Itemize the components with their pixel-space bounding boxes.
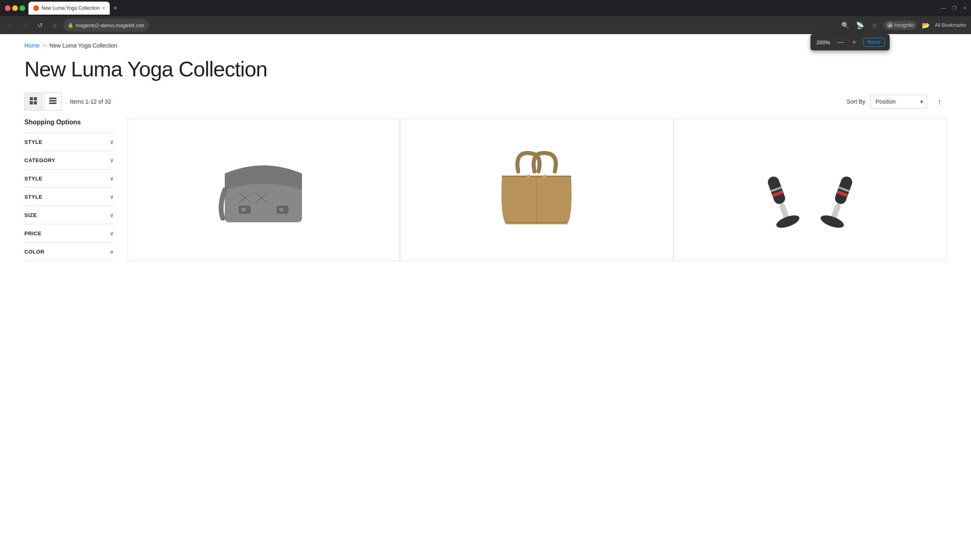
svg-rect-5 xyxy=(49,100,56,102)
window-traffic-lights xyxy=(5,5,25,11)
filter-label-style-3: STYLE xyxy=(24,194,42,200)
tab-title: New Luma Yoga Collection xyxy=(41,5,100,11)
filter-label-price: PRICE xyxy=(24,230,41,237)
grid-view-icon xyxy=(29,97,37,107)
incognito-icon: 🕵 xyxy=(887,22,893,28)
filter-label-color: COLOR xyxy=(24,249,44,255)
filter-price[interactable]: PRICE ∨ xyxy=(24,224,114,243)
filter-style-3[interactable]: STYLE ∨ xyxy=(24,188,114,206)
sort-direction-button[interactable]: ↑ xyxy=(932,94,947,109)
sort-direction-icon: ↑ xyxy=(937,97,941,106)
filter-chevron-category: ∨ xyxy=(110,157,114,163)
zoom-decrease-button[interactable]: — xyxy=(836,37,845,47)
forward-button[interactable]: → xyxy=(20,20,31,31)
filter-label-style-1: STYLE xyxy=(24,139,42,145)
page-title: New Luma Yoga Collection xyxy=(24,57,947,81)
window-maximize-btn[interactable] xyxy=(20,5,25,11)
svg-rect-4 xyxy=(49,98,56,99)
breadcrumb-current: New Luma Yoga Collection xyxy=(50,42,117,49)
sidebar: Shopping Options STYLE ∨ CATEGORY ∨ STYL… xyxy=(24,119,114,261)
grid-view-button[interactable] xyxy=(24,93,42,111)
toolbar-icons: 🔍 📡 ☆ 🕵 Incognito 📂 All Bookmarks xyxy=(840,20,966,31)
tab-close-btn[interactable]: × xyxy=(102,5,105,11)
filter-label-category: CATEGORY xyxy=(24,157,55,163)
catalog-layout: Shopping Options STYLE ∨ CATEGORY ∨ STYL… xyxy=(24,119,947,261)
product-image-2 xyxy=(408,147,665,232)
filter-category[interactable]: CATEGORY ∨ xyxy=(24,151,114,169)
filter-section: STYLE ∨ CATEGORY ∨ STYLE ∨ STYLE ∨ SIZE xyxy=(24,132,114,261)
zoom-popup: 200% — + Reset xyxy=(810,34,890,50)
close-btn[interactable]: × xyxy=(963,5,966,11)
product-image-3 xyxy=(682,149,938,230)
back-button[interactable]: ← xyxy=(5,20,16,31)
svg-rect-2 xyxy=(30,101,33,104)
zoom-increase-button[interactable]: + xyxy=(849,37,859,47)
address-lock-icon: 🔒 xyxy=(67,22,74,28)
svg-point-18 xyxy=(527,175,530,178)
filter-chevron-style-1: ∨ xyxy=(110,139,114,145)
product-card-3[interactable] xyxy=(673,119,947,261)
breadcrumb: Home > New Luma Yoga Collection xyxy=(24,42,947,49)
filter-style-2[interactable]: STYLE ∨ xyxy=(24,169,114,188)
filter-chevron-style-2: ∨ xyxy=(110,175,114,182)
sort-select[interactable]: Position Product Name Price xyxy=(870,95,927,109)
catalog-header: Items 1-12 of 32 Sort By Position Produc… xyxy=(24,93,947,111)
filter-chevron-price: ∨ xyxy=(110,230,114,237)
window-close-btn[interactable] xyxy=(5,5,11,11)
sort-label: Sort By xyxy=(847,98,865,105)
window-controls: — ❐ × xyxy=(941,5,966,11)
filter-label-size: SIZE xyxy=(24,212,37,218)
tab-bar: New Luma Yoga Collection × + xyxy=(28,2,938,15)
bookmarks-folder-icon[interactable]: 📂 xyxy=(920,20,932,31)
filter-label-style-2: STYLE xyxy=(24,176,42,182)
browser-chrome: New Luma Yoga Collection × + — ❐ × ← → ↺… xyxy=(0,0,971,34)
breadcrumb-separator: > xyxy=(43,42,46,49)
filter-size[interactable]: SIZE ∨ xyxy=(24,206,114,224)
all-bookmarks-label: All Bookmarks xyxy=(935,22,966,28)
zoom-reset-button[interactable]: Reset xyxy=(863,38,885,47)
sort-section: Sort By Position Product Name Price ▾ ↑ xyxy=(847,94,947,109)
product-image-1 xyxy=(135,149,391,230)
active-tab[interactable]: New Luma Yoga Collection × xyxy=(28,2,110,15)
filter-color[interactable]: COLOR ∨ xyxy=(24,243,114,261)
filter-style-1[interactable]: STYLE ∨ xyxy=(24,133,114,151)
zoom-value: 200% xyxy=(815,39,832,46)
home-button[interactable]: ⌂ xyxy=(49,20,60,31)
page-wrapper: Home > New Luma Yoga Collection New Luma… xyxy=(0,34,971,261)
tab-favicon xyxy=(33,5,39,11)
list-view-button[interactable] xyxy=(44,93,62,111)
incognito-label: Incognito xyxy=(894,22,914,28)
svg-rect-0 xyxy=(30,97,33,100)
list-view-icon xyxy=(49,97,57,107)
minimize-btn[interactable]: — xyxy=(941,5,946,11)
svg-point-19 xyxy=(543,175,546,178)
address-bar[interactable] xyxy=(63,19,149,32)
sort-select-wrapper: Position Product Name Price ▾ xyxy=(870,95,927,109)
filter-chevron-style-3: ∨ xyxy=(110,193,114,200)
items-count: Items 1-12 of 32 xyxy=(70,98,847,105)
svg-rect-1 xyxy=(34,97,37,100)
svg-rect-3 xyxy=(34,101,37,104)
product-grid xyxy=(127,119,947,261)
filter-chevron-size: ∨ xyxy=(110,212,114,218)
incognito-badge: 🕵 Incognito xyxy=(884,21,917,30)
new-tab-button[interactable]: + xyxy=(111,2,119,14)
browser-toolbar: ← → ↺ ⌂ 🔒 🔍 📡 ☆ 🕵 Incognito 📂 All Bookma… xyxy=(0,16,971,34)
zoom-icon[interactable]: 🔍 xyxy=(840,20,851,31)
window-minimize-btn[interactable] xyxy=(12,5,18,11)
filter-chevron-color: ∨ xyxy=(110,248,114,255)
breadcrumb-home-link[interactable]: Home xyxy=(24,42,39,49)
address-bar-wrapper: 🔒 xyxy=(63,19,836,32)
svg-rect-6 xyxy=(49,102,56,104)
bookmark-icon[interactable]: ☆ xyxy=(869,20,880,31)
product-card-2[interactable] xyxy=(400,119,673,261)
svg-rect-9 xyxy=(241,208,245,211)
svg-rect-11 xyxy=(279,208,283,211)
product-card-1[interactable] xyxy=(127,119,400,261)
restore-btn[interactable]: ❐ xyxy=(952,5,957,11)
browser-titlebar: New Luma Yoga Collection × + — ❐ × xyxy=(0,0,971,16)
sidebar-title: Shopping Options xyxy=(24,119,114,126)
view-toggles xyxy=(24,93,62,111)
reload-button[interactable]: ↺ xyxy=(34,20,46,31)
cast-icon[interactable]: 📡 xyxy=(854,20,866,31)
